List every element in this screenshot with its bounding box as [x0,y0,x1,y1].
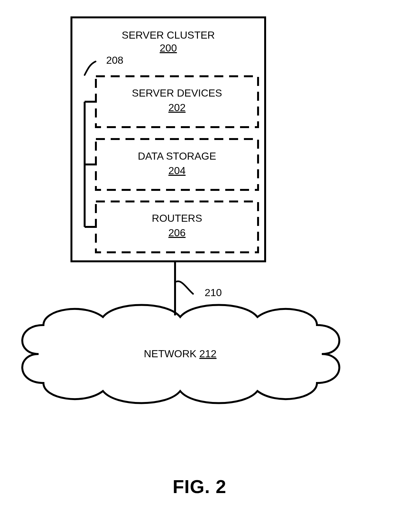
bracket-icon [85,102,96,227]
figure-caption: FIG. 2 [0,476,399,497]
routers-ref: 206 [168,227,185,238]
data-storage-box [96,139,258,190]
server-cluster-title: SERVER CLUSTER [122,29,215,41]
routers-title: ROUTERS [152,212,202,224]
network-label-group: NETWORK 212 [144,348,217,359]
lead-208-label: 208 [106,54,123,66]
lead-210-label: 210 [205,287,222,298]
server-devices-ref: 202 [168,102,185,113]
network-title: NETWORK [144,348,197,359]
server-cluster-ref: 200 [160,42,177,54]
data-storage-ref: 204 [168,165,185,176]
lead-210-squiggle [176,281,193,294]
lead-208-squiggle [85,61,96,75]
server-devices-title: SERVER DEVICES [132,87,222,99]
data-storage-title: DATA STORAGE [138,150,216,162]
network-ref: 212 [200,348,217,359]
